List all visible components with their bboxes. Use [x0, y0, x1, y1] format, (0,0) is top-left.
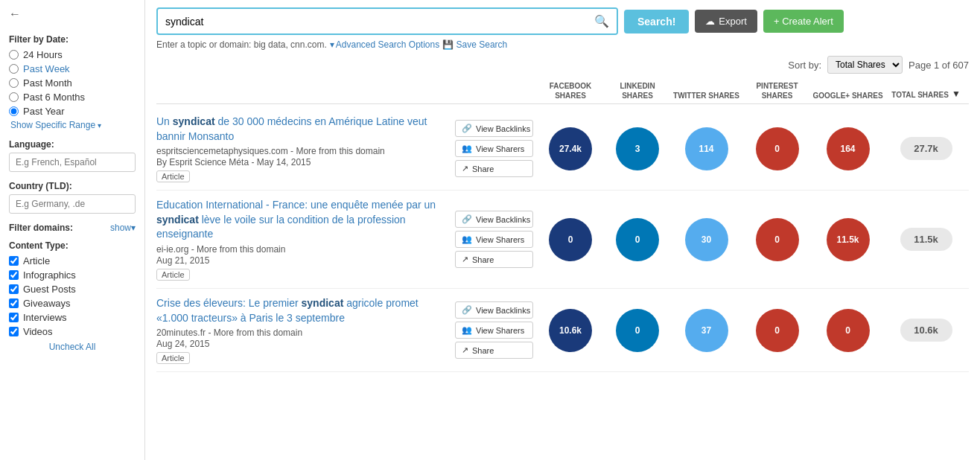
- advanced-search-link[interactable]: ▾ Advanced Search Options: [330, 39, 439, 50]
- share-button-3[interactable]: ↗ Share: [455, 342, 533, 359]
- link-icon-2: 🔗: [462, 214, 472, 224]
- radio-24h[interactable]: 24 Hours: [9, 49, 136, 60]
- radio-past-year[interactable]: Past Year: [9, 106, 136, 117]
- share-button-2[interactable]: ↗ Share: [455, 251, 533, 268]
- language-input[interactable]: [9, 153, 136, 172]
- show-range-label: Show Specific Range: [10, 120, 95, 130]
- result-domain-1[interactable]: espritsciencemetaphysiques.com - More fr…: [156, 146, 448, 156]
- checkbox-giveaways[interactable]: Giveaways: [9, 298, 136, 309]
- table-row: Crise des éleveurs: Le premier syndicat …: [156, 289, 969, 372]
- checkbox-article[interactable]: Article: [9, 255, 136, 266]
- search-button[interactable]: Search!: [624, 10, 689, 33]
- col-header-facebook: FACEBOOK SHARES: [537, 81, 604, 100]
- checkbox-interviews[interactable]: Interviews: [9, 312, 136, 323]
- radio-label-past-week: Past Week: [23, 63, 70, 74]
- checkbox-label-infographics: Infographics: [23, 269, 76, 281]
- checkbox-input-giveaways[interactable]: [9, 298, 19, 308]
- result-domain-2[interactable]: ei-ie.org - More from this domain: [156, 244, 448, 255]
- radio-input-past-6-months[interactable]: [9, 92, 19, 102]
- radio-input-24h[interactable]: [9, 50, 19, 60]
- show-range-link[interactable]: Show Specific Range ▾: [10, 120, 136, 130]
- content-type-title: Content Type:: [9, 240, 136, 251]
- result-title-1[interactable]: Un syndicat de 30 000 médecins en Amériq…: [156, 115, 448, 144]
- share-label: Share: [472, 164, 494, 173]
- table-row: Un syndicat de 30 000 médecins en Amériq…: [156, 107, 969, 191]
- checkbox-input-infographics[interactable]: [9, 270, 19, 280]
- filter-domains-show-link[interactable]: show ▾: [110, 223, 136, 233]
- share-label-3: Share: [472, 346, 494, 355]
- facebook-cell-2: 0: [537, 218, 604, 261]
- search-icon-button[interactable]: 🔍: [587, 9, 617, 33]
- result-content-3: Crise des éleveurs: Le premier syndicat …: [156, 296, 455, 364]
- view-sharers-button-3[interactable]: 👥 View Sharers: [455, 322, 533, 339]
- twitter-circle-3: 37: [685, 309, 728, 352]
- checkbox-label-interviews: Interviews: [23, 312, 67, 323]
- facebook-circle-2: 0: [549, 218, 592, 261]
- view-sharers-button-2[interactable]: 👥 View Sharers: [455, 231, 533, 248]
- search-input[interactable]: [158, 10, 587, 33]
- view-backlinks-button-2[interactable]: 🔗 View Backlinks: [455, 211, 533, 228]
- checkbox-videos[interactable]: Videos: [9, 326, 136, 337]
- domain-more-3: - More from this domain: [208, 328, 302, 338]
- twitter-circle-1: 114: [685, 127, 728, 170]
- radio-input-past-week[interactable]: [9, 64, 19, 74]
- save-icon: 💾: [442, 39, 454, 50]
- linkedin-circle-2: 0: [616, 218, 659, 261]
- checkbox-label-article: Article: [23, 255, 50, 266]
- google-plus-circle-1: 164: [827, 127, 870, 170]
- google-plus-circle-3: 0: [827, 309, 870, 352]
- date-filter-group: 24 Hours Past Week Past Month Past 6 Mon…: [9, 49, 136, 117]
- checkbox-input-interviews[interactable]: [9, 313, 19, 322]
- pinterest-cell-3: 0: [742, 309, 812, 352]
- table-row: Education International - France: une en…: [156, 191, 969, 289]
- country-input[interactable]: [9, 194, 136, 214]
- share-label-2: Share: [472, 255, 494, 264]
- linkedin-circle-1: 3: [616, 127, 659, 170]
- create-alert-button[interactable]: + Create Alert: [763, 10, 844, 33]
- cloud-icon: ☁: [705, 16, 715, 27]
- twitter-cell-3: 37: [671, 309, 742, 352]
- domain-name-2: ei-ie.org: [156, 244, 188, 255]
- checkbox-infographics[interactable]: Infographics: [9, 269, 136, 281]
- radio-past-month[interactable]: Past Month: [9, 77, 136, 89]
- checkbox-input-guest-posts[interactable]: [9, 284, 19, 294]
- link-icon-3: 🔗: [462, 305, 472, 315]
- sidebar: ← Filter by Date: 24 Hours Past Week Pas…: [0, 0, 145, 460]
- linkedin-circle-3: 0: [616, 309, 659, 352]
- radio-input-past-month[interactable]: [9, 78, 19, 88]
- chevron-down-icon-domains: ▾: [131, 223, 136, 233]
- sort-select[interactable]: Total Shares: [827, 56, 903, 74]
- hint-row: Enter a topic or domain: big data, cnn.c…: [156, 39, 969, 50]
- total-cell-1: 27.7k: [883, 137, 969, 160]
- view-backlinks-button-1[interactable]: 🔗 View Backlinks: [455, 120, 533, 137]
- view-backlinks-button-3[interactable]: 🔗 View Backlinks: [455, 301, 533, 319]
- domain-name-1: espritsciencemetaphysiques.com: [156, 146, 288, 156]
- checkbox-guest-posts[interactable]: Guest Posts: [9, 284, 136, 295]
- filter-domains-label: Filter domains:: [9, 223, 73, 233]
- checkbox-input-article[interactable]: [9, 256, 19, 266]
- radio-input-past-year[interactable]: [9, 106, 19, 116]
- sort-row: Sort by: Total Shares Page 1 of 607: [156, 56, 969, 74]
- twitter-cell-2: 30: [671, 218, 742, 261]
- share-button-1[interactable]: ↗ Share: [455, 160, 533, 177]
- col-header-total: TOTAL SHARES ▼: [883, 89, 969, 100]
- result-title-3[interactable]: Crise des éleveurs: Le premier syndicat …: [156, 296, 448, 325]
- back-button[interactable]: ←: [9, 7, 21, 21]
- radio-label-past-year: Past Year: [23, 106, 65, 117]
- domain-more-2: - More from this domain: [191, 244, 286, 255]
- pinterest-circle-1: 0: [756, 127, 799, 170]
- result-tag-1: Article: [156, 170, 190, 182]
- checkbox-input-videos[interactable]: [9, 327, 19, 336]
- radio-past-6-months[interactable]: Past 6 Months: [9, 92, 136, 103]
- uncheck-all-button[interactable]: Uncheck All: [9, 342, 136, 352]
- save-search-link[interactable]: 💾 Save Search: [442, 39, 507, 50]
- view-sharers-button-1[interactable]: 👥 View Sharers: [455, 140, 533, 157]
- result-title-2[interactable]: Education International - France: une en…: [156, 198, 448, 242]
- language-label: Language:: [9, 139, 136, 150]
- radio-past-week[interactable]: Past Week: [9, 63, 136, 74]
- checkbox-label-guest-posts: Guest Posts: [23, 284, 76, 295]
- export-button[interactable]: ☁ Export: [695, 10, 757, 33]
- result-domain-3[interactable]: 20minutes.fr - More from this domain: [156, 328, 448, 338]
- result-actions-3: 🔗 View Backlinks 👥 View Sharers ↗ Share: [455, 301, 537, 359]
- total-cell-3: 10.6k: [883, 319, 969, 342]
